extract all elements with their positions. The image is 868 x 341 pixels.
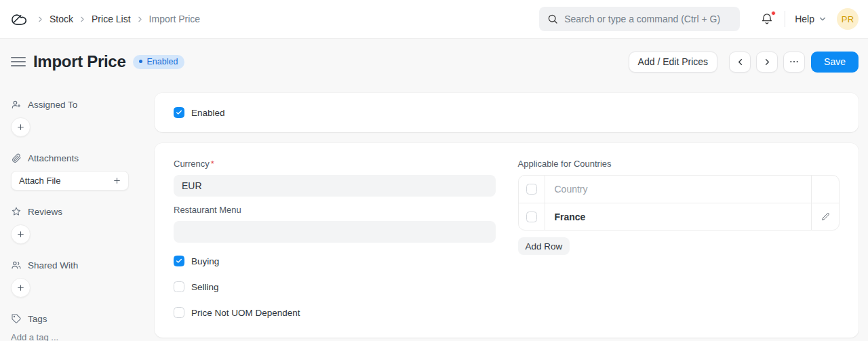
add-assignment-button[interactable] (11, 117, 31, 137)
price-not-uom-dependent-checkbox[interactable]: Price Not UOM Dependent (174, 307, 496, 318)
currency-field: Currency* EUR (174, 159, 496, 197)
checkbox-checked-icon (174, 107, 184, 118)
breadcrumb: Stock Price List Import Price (36, 14, 200, 24)
tag-icon (11, 313, 22, 324)
chevron-right-icon (762, 57, 772, 67)
status-badge-label: Enabled (146, 57, 178, 66)
search-placeholder: Search or type a command (Ctrl + G) (564, 14, 720, 24)
pencil-icon (821, 212, 830, 221)
plus-icon (16, 123, 25, 132)
form-sidebar: Assigned To Attachments Attach File (0, 85, 155, 341)
chevron-down-icon (818, 14, 827, 24)
more-options-button[interactable] (783, 52, 805, 73)
countries-table-header-row: Country (519, 176, 840, 203)
save-button[interactable]: Save (811, 52, 859, 73)
notifications-bell-icon[interactable] (757, 9, 776, 28)
chevron-right-icon (78, 15, 87, 24)
countries-table: Country France (518, 175, 840, 230)
global-search-input[interactable]: Search or type a command (Ctrl + G) (539, 7, 740, 31)
price-not-uom-dependent-label: Price Not UOM Dependent (191, 308, 300, 318)
plus-icon (16, 230, 25, 239)
plus-icon (16, 283, 25, 292)
previous-record-button[interactable] (729, 52, 751, 73)
row-checkbox[interactable] (526, 212, 537, 222)
add-tag-input[interactable]: Add a tag ... (11, 332, 144, 341)
breadcrumb-item-current: Import Price (149, 14, 200, 24)
details-card: Currency* EUR Restaurant Menu Bu (155, 143, 859, 338)
country-column-header: Country (555, 184, 588, 195)
page-header: Import Price Enabled Add / Edit Prices S… (0, 39, 868, 85)
form-right-column: Applicable for Countries Country (518, 159, 840, 318)
edit-row-button[interactable] (812, 212, 839, 221)
top-navbar: Stock Price List Import Price Search or … (0, 0, 868, 39)
notification-dot (771, 11, 776, 16)
add-edit-prices-button[interactable]: Add / Edit Prices (629, 52, 718, 73)
shared-with-label: Shared With (28, 260, 78, 270)
form-body: Enabled Currency* EUR Restaurant Menu (155, 85, 868, 338)
reviews-section: Reviews (11, 206, 144, 244)
add-review-button[interactable] (11, 224, 31, 244)
countries-table-label: Applicable for Countries (518, 159, 840, 169)
status-badge: Enabled (133, 55, 184, 69)
checkbox-checked-icon (174, 256, 184, 266)
tags-label: Tags (28, 314, 47, 324)
chevron-right-icon (36, 15, 45, 24)
ellipsis-icon (789, 56, 800, 67)
attachments-section: Attachments Attach File (11, 153, 144, 190)
reviews-label: Reviews (28, 207, 62, 217)
select-all-checkbox[interactable] (526, 184, 537, 195)
breadcrumb-item-stock[interactable]: Stock (50, 14, 73, 24)
form-left-column: Currency* EUR Restaurant Menu Bu (174, 159, 496, 318)
add-share-button[interactable] (11, 278, 31, 298)
checkbox-group: Buying Selling Price Not UOM Dependent (174, 256, 496, 318)
restaurant-menu-input[interactable] (174, 221, 496, 243)
paperclip-icon (11, 153, 22, 163)
currency-input[interactable]: EUR (174, 175, 496, 197)
selling-checkbox[interactable]: Selling (174, 281, 496, 292)
shared-with-section: Shared With (11, 260, 144, 298)
table-row: France (519, 203, 840, 230)
selling-checkbox-label: Selling (191, 282, 219, 292)
tags-section: Tags Add a tag ... (11, 313, 144, 341)
star-icon (11, 206, 22, 217)
chevron-right-icon (136, 15, 144, 24)
next-record-button[interactable] (756, 52, 778, 73)
help-menu[interactable]: Help (795, 14, 827, 24)
navbar-divider (785, 11, 785, 27)
checkbox-unchecked-icon (174, 307, 184, 318)
required-marker: * (211, 159, 214, 169)
plus-icon (113, 176, 121, 185)
app-logo-icon[interactable] (11, 12, 29, 26)
chevron-left-icon (735, 57, 745, 67)
page-title: Import Price (33, 52, 125, 71)
restaurant-menu-field: Restaurant Menu (174, 205, 496, 243)
status-dot (139, 60, 142, 63)
buying-checkbox-label: Buying (191, 256, 219, 266)
breadcrumb-item-price-list[interactable]: Price List (92, 14, 131, 24)
attach-file-label: Attach File (19, 176, 60, 186)
assigned-to-label: Assigned To (28, 100, 77, 110)
country-cell-value[interactable]: France (555, 212, 586, 222)
restaurant-menu-label: Restaurant Menu (174, 205, 241, 215)
checkbox-unchecked-icon (174, 281, 184, 292)
currency-label: Currency (174, 159, 210, 169)
buying-checkbox[interactable]: Buying (174, 256, 496, 266)
user-avatar[interactable]: PR (837, 8, 859, 30)
help-label: Help (795, 14, 814, 24)
sidebar-toggle-icon[interactable] (11, 55, 26, 68)
users-icon (11, 260, 22, 270)
user-plus-icon (11, 99, 22, 110)
enabled-checkbox-label: Enabled (191, 108, 225, 118)
enabled-checkbox[interactable]: Enabled (174, 107, 840, 118)
add-row-button[interactable]: Add Row (518, 237, 570, 255)
search-icon (547, 14, 558, 24)
attach-file-button[interactable]: Attach File (11, 171, 129, 190)
enabled-card: Enabled (155, 93, 859, 132)
assigned-to-section: Assigned To (11, 99, 144, 137)
attachments-label: Attachments (28, 153, 79, 163)
